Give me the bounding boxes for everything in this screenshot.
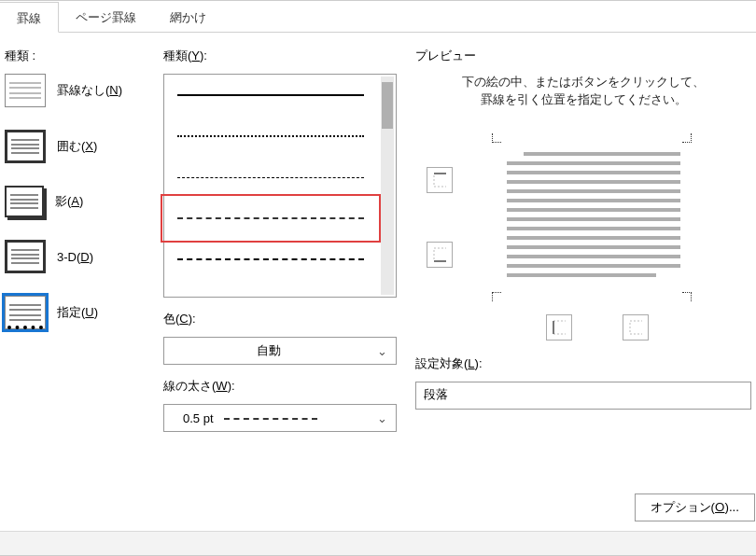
preset-shadow-icon bbox=[5, 186, 44, 217]
borders-dialog: 罫線 ページ罫線 網かけ 種類 : 罫線なし(N) 囲む(X) bbox=[0, 0, 756, 556]
preview-column: プレビュー 下の絵の中、またはボタンをクリックして、 罫線を引く位置を指定してく… bbox=[415, 48, 751, 540]
setting-label: 種類 : bbox=[5, 48, 145, 64]
preset-custom[interactable]: 指定(U) bbox=[5, 296, 145, 329]
preset-custom-label: 指定(U) bbox=[57, 304, 98, 321]
border-left-icon bbox=[553, 320, 566, 335]
preset-3d[interactable]: 3-D(D) bbox=[5, 240, 145, 273]
width-dropdown[interactable]: 0.5 pt ⌄ bbox=[163, 404, 397, 432]
svg-rect-4 bbox=[553, 321, 566, 334]
border-left-button[interactable] bbox=[546, 314, 572, 341]
border-top-button[interactable] bbox=[427, 167, 453, 193]
crop-mark-tr bbox=[682, 133, 692, 143]
width-label: 線の太さ(W): bbox=[163, 378, 397, 395]
line-style-solid[interactable] bbox=[164, 75, 377, 116]
preview-area bbox=[415, 126, 751, 331]
preset-shadow[interactable]: 影(A) bbox=[5, 186, 145, 217]
border-bottom-button[interactable] bbox=[427, 242, 453, 268]
preset-3d-icon bbox=[5, 240, 46, 273]
chevron-down-icon: ⌄ bbox=[373, 344, 390, 358]
tab-shading[interactable]: 網かけ bbox=[153, 2, 223, 33]
line-style-dotted-dense[interactable] bbox=[164, 116, 377, 157]
preview-paragraph bbox=[507, 152, 680, 277]
tab-bar: 罫線 ページ罫線 網かけ bbox=[0, 1, 756, 33]
preset-none-label: 罫線なし(N) bbox=[57, 82, 122, 99]
border-right-icon bbox=[629, 320, 642, 335]
border-bottom-icon bbox=[433, 247, 446, 262]
style-scrollbar[interactable] bbox=[381, 76, 394, 295]
preset-box[interactable]: 囲む(X) bbox=[5, 130, 145, 163]
preset-none-icon bbox=[5, 74, 46, 107]
color-dropdown[interactable]: 自動 ⌄ bbox=[163, 337, 397, 365]
line-style-dash-small[interactable] bbox=[164, 157, 377, 198]
line-style-dash-dot[interactable] bbox=[164, 239, 377, 280]
border-top-icon bbox=[433, 173, 446, 188]
options-button[interactable]: オプション(O)... bbox=[635, 493, 755, 521]
line-style-list[interactable] bbox=[163, 74, 397, 298]
setting-column: 種類 : 罫線なし(N) 囲む(X) bbox=[5, 48, 145, 540]
style-scroll-thumb[interactable] bbox=[382, 82, 393, 129]
preset-3d-label: 3-D(D) bbox=[57, 250, 93, 264]
border-right-button[interactable] bbox=[623, 314, 649, 341]
line-style-label: 種類(Y): bbox=[163, 48, 397, 64]
preset-box-label: 囲む(X) bbox=[57, 138, 97, 155]
preset-list: 罫線なし(N) 囲む(X) 影(A) bbox=[5, 74, 145, 329]
dialog-bottom-bar bbox=[0, 531, 756, 555]
line-style-dash-medium[interactable] bbox=[164, 198, 377, 239]
preset-box-icon bbox=[5, 130, 46, 163]
tab-page-borders[interactable]: ページ罫線 bbox=[59, 2, 153, 33]
crop-mark-bl bbox=[492, 292, 501, 301]
color-value: 自動 bbox=[164, 342, 373, 359]
apply-to-value: 段落 bbox=[424, 387, 448, 401]
chevron-down-icon: ⌄ bbox=[373, 411, 390, 425]
color-label: 色(C): bbox=[163, 311, 397, 327]
preview-page[interactable] bbox=[484, 133, 699, 301]
apply-to-row: 設定対象(L): 段落 bbox=[415, 355, 751, 410]
preset-shadow-label: 影(A) bbox=[55, 193, 83, 210]
preset-none[interactable]: 罫線なし(N) bbox=[5, 74, 145, 107]
style-column: 種類(Y): 色(C): 自動 ⌄ 線の太さ(W): 0.5 pt bbox=[163, 48, 397, 540]
tab-borders[interactable]: 罫線 bbox=[0, 2, 59, 33]
apply-to-label: 設定対象(L): bbox=[415, 355, 751, 372]
svg-rect-2 bbox=[434, 248, 446, 261]
preset-custom-icon bbox=[5, 296, 46, 329]
preview-header: プレビュー bbox=[415, 48, 751, 64]
crop-mark-br bbox=[682, 292, 692, 301]
crop-mark-tl bbox=[492, 133, 501, 143]
svg-rect-0 bbox=[434, 174, 446, 187]
width-value: 0.5 pt bbox=[183, 411, 214, 425]
svg-rect-6 bbox=[630, 321, 642, 334]
apply-to-dropdown[interactable]: 段落 bbox=[415, 382, 751, 410]
width-sample-line bbox=[224, 418, 317, 420]
preview-help-text: 下の絵の中、またはボタンをクリックして、 罫線を引く位置を指定してください。 bbox=[415, 74, 751, 109]
tab-panel-borders: 種類 : 罫線なし(N) 囲む(X) bbox=[0, 33, 756, 555]
